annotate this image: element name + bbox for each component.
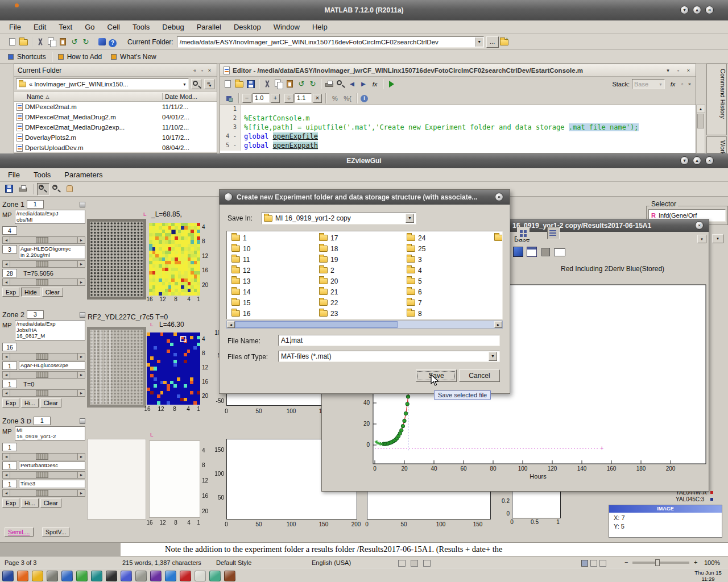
- folder-item[interactable]: 7: [406, 297, 491, 308]
- file-row[interactable]: DoverlayPlots2.m10/17/2...: [14, 132, 217, 143]
- folder-item[interactable]: 21: [318, 286, 403, 297]
- back-icon[interactable]: ◄: [347, 79, 357, 89]
- taskbar-app-icon-3[interactable]: [32, 571, 43, 581]
- zoom-out-icon[interactable]: −: [624, 559, 628, 566]
- slider-left-arrow[interactable]: ◄: [2, 453, 10, 460]
- print-icon[interactable]: [324, 79, 334, 89]
- matlab-menu-debug[interactable]: Debug: [160, 22, 186, 32]
- taskbar-app-icon-10[interactable]: [135, 571, 147, 581]
- save-icon[interactable]: [3, 183, 16, 196]
- slider-left-arrow[interactable]: ◄: [2, 489, 10, 497]
- selection-mode-icon[interactable]: [411, 560, 418, 567]
- grid-view-icon[interactable]: [517, 227, 530, 239]
- slider-left-arrow[interactable]: ◄: [2, 260, 10, 268]
- slider-right-arrow[interactable]: ►: [77, 260, 85, 268]
- ezview-titlebar[interactable]: EZviewGui ▾ ▴ ×: [0, 153, 728, 168]
- folder-item[interactable]: 23: [318, 308, 403, 319]
- zone-button-hi[interactable]: Hi...: [21, 498, 39, 508]
- folder-item[interactable]: 5: [406, 276, 491, 286]
- zone-slider[interactable]: ◄►: [2, 453, 85, 460]
- stack-squares-icon[interactable]: [224, 93, 234, 103]
- zone-row-field[interactable]: Agar-HLEGOligomycin 2.20ug/ml: [19, 245, 85, 259]
- slider-right-arrow[interactable]: ►: [77, 353, 85, 360]
- taskbar-app-icon-8[interactable]: [106, 571, 117, 581]
- ezview-menu-tools[interactable]: Tools: [31, 169, 53, 180]
- scroll-up-icon[interactable]: ▲: [697, 105, 705, 113]
- slider-track[interactable]: [10, 389, 77, 397]
- matlab-menu-file[interactable]: File: [7, 22, 23, 32]
- taskbar-app-icon-7[interactable]: [91, 571, 102, 581]
- folder-address-combo[interactable]: « InovImager_jwrCF_WINLinx150... ▼: [16, 78, 189, 90]
- close-icon[interactable]: ×: [705, 156, 714, 165]
- panel-icon[interactable]: [554, 248, 565, 256]
- file-row[interactable]: DMPexcel2mat_MediaDrug2.m04/01/2...: [14, 112, 217, 122]
- folder-item[interactable]: 4: [406, 265, 491, 276]
- zoom-level[interactable]: 100%: [704, 559, 720, 566]
- slider-thumb[interactable]: [36, 279, 48, 285]
- zoom-in-icon[interactable]: +: [37, 183, 49, 196]
- indent-value-field[interactable]: 1.0: [253, 93, 270, 103]
- scroll-thumb[interactable]: [697, 114, 704, 128]
- zone-button-exp[interactable]: Exp: [2, 398, 19, 408]
- spacing-value-field[interactable]: 1.1: [295, 93, 312, 103]
- taskbar-app-icon-13[interactable]: [180, 571, 191, 581]
- zone-slider[interactable]: ◄►: [2, 260, 85, 268]
- zoom-out-icon[interactable]: −: [51, 183, 63, 196]
- folder-item[interactable]: 8: [406, 308, 491, 319]
- undo-icon[interactable]: ↺: [69, 37, 80, 47]
- slider-left-arrow[interactable]: ◄: [2, 278, 10, 286]
- close-icon[interactable]: ×: [206, 68, 213, 73]
- view-single-page-icon[interactable]: [581, 560, 588, 567]
- run-icon[interactable]: [386, 79, 396, 89]
- list-view-icon[interactable]: [547, 227, 560, 239]
- slider-track[interactable]: [10, 260, 77, 268]
- file-row[interactable]: DpertsUploadDev.m08/04/2...: [14, 143, 217, 152]
- save-icon[interactable]: [246, 79, 256, 89]
- zoom-slider-thumb[interactable]: [655, 559, 660, 566]
- status-style[interactable]: Default Style: [216, 559, 251, 566]
- zone-row-count[interactable]: 1: [2, 361, 17, 370]
- file-row[interactable]: DMPexcel2mat.m11/11/2...: [14, 102, 217, 112]
- zone-button-hi[interactable]: Hi...: [21, 398, 39, 408]
- slider-left-arrow[interactable]: ◄: [2, 471, 10, 479]
- status-language[interactable]: English (USA): [312, 559, 351, 566]
- zone-path-field[interactable]: /media/data/ExpJobs/MI: [15, 210, 85, 224]
- scroll-right-icon[interactable]: ►: [494, 321, 502, 328]
- chevron-down-icon[interactable]: ▾: [697, 235, 706, 243]
- folder-item[interactable]: 14: [230, 286, 316, 297]
- insert-mode-icon[interactable]: [398, 560, 406, 567]
- table-view-icon[interactable]: [527, 247, 537, 257]
- view-multi-page-icon[interactable]: [590, 560, 597, 567]
- zone-button-exp[interactable]: Exp: [2, 498, 19, 508]
- zone-row-field[interactable]: PerturbantDesc: [19, 462, 85, 470]
- minimize-icon[interactable]: ▾: [664, 68, 672, 73]
- zone-count-field[interactable]: 16: [2, 343, 17, 351]
- cancel-button[interactable]: Cancel: [459, 369, 500, 382]
- slider-thumb[interactable]: [36, 354, 48, 360]
- slider-thumb[interactable]: [36, 390, 48, 396]
- slider-thumb[interactable]: [36, 237, 48, 243]
- find-icon[interactable]: [336, 79, 346, 89]
- column-header-name[interactable]: Name: [14, 93, 43, 100]
- slider-thumb[interactable]: [36, 372, 48, 378]
- slider-right-arrow[interactable]: ►: [77, 471, 85, 479]
- tab-command-history[interactable]: Command History: [706, 64, 727, 135]
- zone-button-exp[interactable]: Exp: [2, 288, 19, 297]
- spotview-button[interactable]: SpotV...: [42, 527, 69, 537]
- folder-item[interactable]: 12: [230, 265, 316, 276]
- slider-thumb[interactable]: [36, 490, 48, 496]
- open-file-icon[interactable]: [19, 37, 29, 47]
- matlab-menu-go[interactable]: Go: [82, 22, 97, 32]
- folder-list[interactable]: 1101112131415161718192202122232425345678…: [226, 231, 503, 319]
- undo-icon[interactable]: ↺: [296, 79, 307, 89]
- zone-button-hide[interactable]: Hide: [21, 288, 40, 297]
- whats-new-link[interactable]: What's New: [120, 53, 156, 61]
- slider-right-arrow[interactable]: ►: [77, 389, 85, 397]
- taskbar-app-icon-12[interactable]: [165, 571, 176, 581]
- comment-block-icon[interactable]: %{: [342, 93, 353, 103]
- taskbar-app-icon-1[interactable]: [2, 571, 14, 581]
- color-swatch-icon[interactable]: [513, 247, 523, 257]
- writer-document-strip[interactable]: Note the addition to the experiment fold…: [0, 542, 728, 556]
- zone-slider[interactable]: ◄►: [2, 471, 85, 479]
- help-icon[interactable]: ?: [109, 37, 119, 47]
